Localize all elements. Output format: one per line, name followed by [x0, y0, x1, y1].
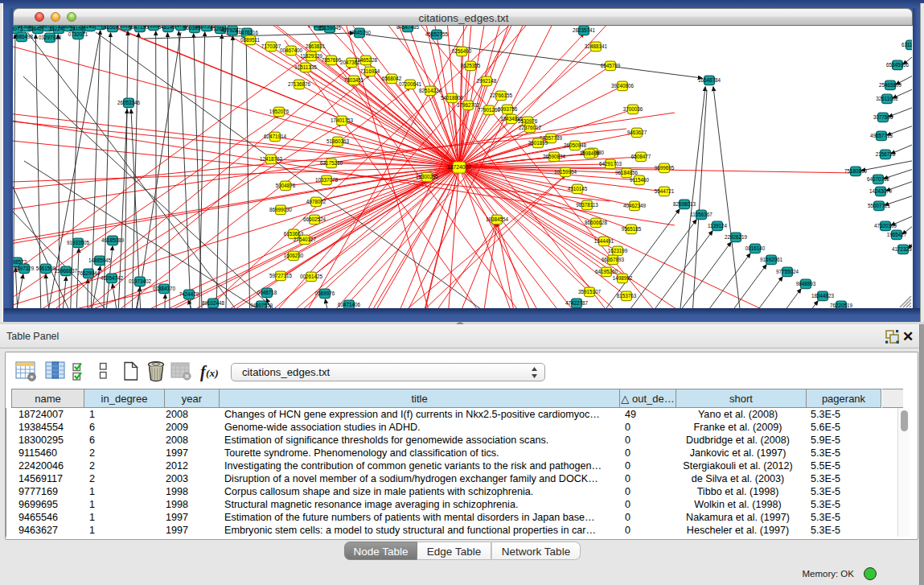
svg-text:32488141: 32488141: [585, 43, 608, 49]
svg-text:65345956: 65345956: [886, 62, 910, 68]
svg-text:9848893: 9848893: [796, 281, 816, 286]
svg-text:5004876: 5004876: [276, 183, 296, 188]
svg-text:6311732: 6311732: [901, 42, 912, 47]
svg-text:76220519: 76220519: [830, 303, 853, 308]
svg-text:0669976: 0669976: [315, 290, 335, 296]
svg-text:35915107: 35915107: [578, 289, 602, 295]
svg-text:16648784: 16648784: [698, 77, 721, 83]
svg-text:18300295: 18300295: [416, 174, 439, 179]
svg-text:9565185: 9565185: [622, 226, 642, 232]
svg-text:5061599: 5061599: [36, 266, 56, 271]
svg-text:1498992: 1498992: [613, 275, 633, 281]
svg-text:14885945: 14885945: [88, 257, 112, 263]
svg-text:97755024: 97755024: [776, 269, 799, 274]
svg-text:5544721: 5544721: [655, 188, 675, 194]
svg-text:54018800: 54018800: [441, 95, 464, 101]
svg-text:6508477: 6508477: [631, 154, 651, 159]
svg-text:(x): (x): [206, 367, 219, 379]
svg-text:46054742: 46054742: [101, 275, 124, 281]
svg-text:0889511: 0889511: [240, 37, 261, 43]
svg-text:0048718: 0048718: [257, 290, 277, 295]
svg-text:22376012: 22376012: [519, 125, 542, 130]
svg-text:18724007: 18724007: [447, 164, 471, 170]
svg-text:51860363: 51860363: [326, 138, 350, 144]
svg-text:47422787: 47422787: [565, 300, 589, 306]
svg-text:25966637: 25966637: [55, 268, 78, 274]
svg-text:25465809: 25465809: [879, 82, 902, 88]
svg-text:17401753: 17401753: [331, 117, 354, 123]
svg-text:71465228: 71465228: [355, 57, 378, 63]
svg-text:2863831: 2863831: [306, 43, 326, 49]
svg-text:9463627: 9463627: [627, 130, 647, 135]
svg-text:28235741: 28235741: [573, 27, 596, 33]
svg-text:0256490: 0256490: [452, 48, 472, 54]
svg-text:07200641: 07200641: [399, 81, 422, 87]
svg-text:8153763: 8153763: [617, 293, 637, 299]
svg-text:27136876: 27136876: [288, 81, 311, 87]
svg-text:6545789: 6545789: [601, 63, 621, 68]
svg-text:66367893: 66367893: [602, 257, 625, 262]
svg-text:98378113: 98378113: [576, 202, 598, 208]
svg-text:01973402: 01973402: [129, 278, 152, 284]
svg-text:7424479: 7424479: [179, 291, 199, 297]
svg-text:63471406: 63471406: [338, 302, 361, 307]
svg-text:64291703: 64291703: [599, 161, 622, 167]
svg-text:1965427: 1965427: [887, 232, 907, 237]
svg-text:7303451: 7303451: [344, 77, 364, 83]
svg-text:11829139: 11829139: [300, 53, 322, 59]
svg-text:6568042: 6568042: [382, 76, 402, 81]
svg-text:55007721: 55007721: [868, 203, 891, 208]
svg-text:1606230: 1606230: [284, 253, 304, 258]
svg-text:7857696: 7857696: [322, 57, 342, 63]
svg-text:64070762: 64070762: [867, 176, 890, 182]
svg-text:4978002: 4978002: [306, 199, 326, 204]
svg-text:94807559: 94807559: [250, 303, 273, 308]
svg-text:8625355: 8625355: [461, 63, 481, 68]
svg-text:47320309: 47320309: [874, 223, 897, 229]
svg-text:74476216: 74476216: [236, 30, 259, 35]
svg-text:26053346: 26053346: [117, 100, 141, 105]
svg-text:00467400: 00467400: [280, 47, 303, 53]
svg-text:39240806: 39240806: [611, 83, 634, 89]
svg-text:4310145: 4310145: [568, 186, 588, 192]
svg-text:7316934: 7316934: [360, 68, 380, 74]
svg-text:3700036: 3700036: [623, 106, 643, 112]
svg-text:82514224: 82514224: [419, 88, 442, 93]
svg-text:96184856: 96184856: [615, 170, 639, 175]
svg-text:85159045: 85159045: [318, 26, 342, 31]
svg-text:0732021: 0732021: [68, 31, 88, 37]
svg-text:84547485: 84547485: [396, 26, 420, 30]
svg-text:29986498: 29986498: [13, 34, 33, 39]
svg-text:26050948: 26050948: [564, 142, 587, 148]
svg-text:91933505: 91933505: [67, 240, 90, 245]
svg-text:1952076: 1952076: [269, 109, 290, 114]
svg-text:26590834: 26590834: [543, 154, 566, 159]
svg-text:22926219: 22926219: [725, 234, 748, 240]
svg-text:2156728: 2156728: [876, 151, 896, 157]
svg-text:03297923: 03297923: [39, 35, 62, 40]
svg-text:40462349: 40462349: [623, 203, 647, 208]
svg-text:14243070: 14243070: [869, 188, 893, 194]
svg-text:91692061: 91692061: [760, 257, 783, 262]
svg-text:9699695: 9699695: [655, 165, 675, 171]
svg-text:00261425: 00261425: [300, 274, 323, 279]
svg-text:11056167: 11056167: [690, 212, 713, 217]
svg-text:49657713: 49657713: [870, 133, 893, 138]
svg-text:82698013: 82698013: [673, 201, 696, 207]
svg-text:59727315: 59727315: [269, 273, 293, 278]
svg-text:86606628: 86606628: [585, 220, 608, 225]
svg-text:9115460: 9115460: [630, 177, 650, 183]
svg-text:18344823: 18344823: [811, 293, 835, 299]
svg-text:76629944: 76629944: [77, 270, 101, 276]
svg-text:12418762: 12418762: [260, 156, 283, 162]
svg-text:64195260: 64195260: [595, 269, 618, 274]
svg-text:0093756: 0093756: [498, 106, 518, 112]
svg-text:75180860: 75180860: [844, 168, 868, 174]
svg-text:1344491: 1344491: [594, 238, 614, 244]
svg-text:7170307: 7170307: [261, 43, 281, 49]
svg-text:1598499: 1598499: [580, 150, 600, 156]
svg-text:41723230: 41723230: [892, 246, 912, 252]
svg-text:86999030: 86999030: [269, 207, 293, 212]
svg-text:27540127: 27540127: [294, 237, 317, 242]
svg-text:2992148: 2992148: [477, 78, 497, 84]
